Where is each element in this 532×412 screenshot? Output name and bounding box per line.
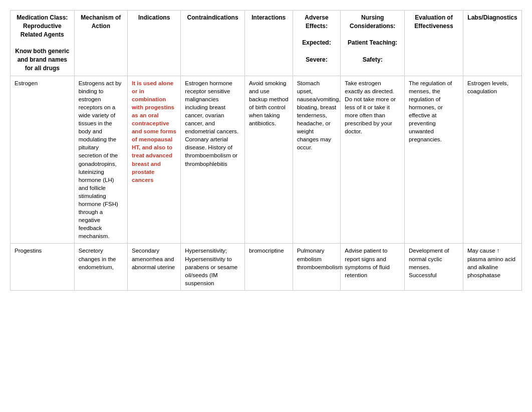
cell-adverse-progestins: Pulmonary embolism thromboembolism xyxy=(293,244,341,290)
cell-nursing-estrogen: Take estrogen exactly as directed. Do no… xyxy=(341,76,405,244)
cell-contra-progestins: Hypersensitivity; Hypersensitivity to pa… xyxy=(181,244,245,290)
cell-nursing-progestins: Advise patient to report signs and sympt… xyxy=(341,244,405,290)
cell-evaluation-progestins: Development of normal cyclic menses. Suc… xyxy=(404,244,463,290)
cell-labs-estrogen: Estrogen levels, coagulation xyxy=(463,76,521,244)
header-evaluation: Evaluation of Effectiveness xyxy=(404,11,463,76)
header-medication: Medication Class: Reproductive Related A… xyxy=(11,11,75,76)
header-labs: Labs/Diagnostics xyxy=(463,11,521,76)
cell-mechanism-estrogen: Estrogens act by binding to estrogen rec… xyxy=(74,76,127,244)
header-indications: Indications xyxy=(127,11,180,76)
header-adverse: Adverse Effects: Expected: Severe: xyxy=(293,11,341,76)
cell-interactions-progestins: bromocriptine xyxy=(244,244,293,290)
cell-medication-estrogen: Estrogen xyxy=(11,76,75,244)
table-row: Progestins Secretory changes in the endo… xyxy=(11,244,522,290)
header-mechanism: Mechanism of Action xyxy=(74,11,127,76)
header-contraindications: Contraindications xyxy=(181,11,245,76)
cell-evaluation-estrogen: The regulation of menses, the regulation… xyxy=(404,76,463,244)
header-interactions: Interactions xyxy=(244,11,293,76)
header-nursing: Nursing Considerations: Patient Teaching… xyxy=(341,11,405,76)
cell-labs-progestins: May cause ↑ plasma amino acid and alkali… xyxy=(463,244,521,290)
table-row: Estrogen Estrogens act by binding to est… xyxy=(11,76,522,244)
cell-indications-progestins: Secondary amenorrhea and abnormal uterin… xyxy=(127,244,180,290)
cell-medication-progestins: Progestins xyxy=(11,244,75,290)
cell-interactions-estrogen: Avoid smoking and use backup method of b… xyxy=(244,76,293,244)
cell-indications-estrogen: It is used alone or in combination with … xyxy=(127,76,180,244)
cell-adverse-estrogen: Stomach upset, nausea/vomiting, bloating… xyxy=(293,76,341,244)
cell-mechanism-progestins: Secretory changes in the endometrium, xyxy=(74,244,127,290)
medication-table: Medication Class: Reproductive Related A… xyxy=(10,10,522,291)
cell-contra-estrogen: Estrogen hormone receptor sensitive mali… xyxy=(181,76,245,244)
